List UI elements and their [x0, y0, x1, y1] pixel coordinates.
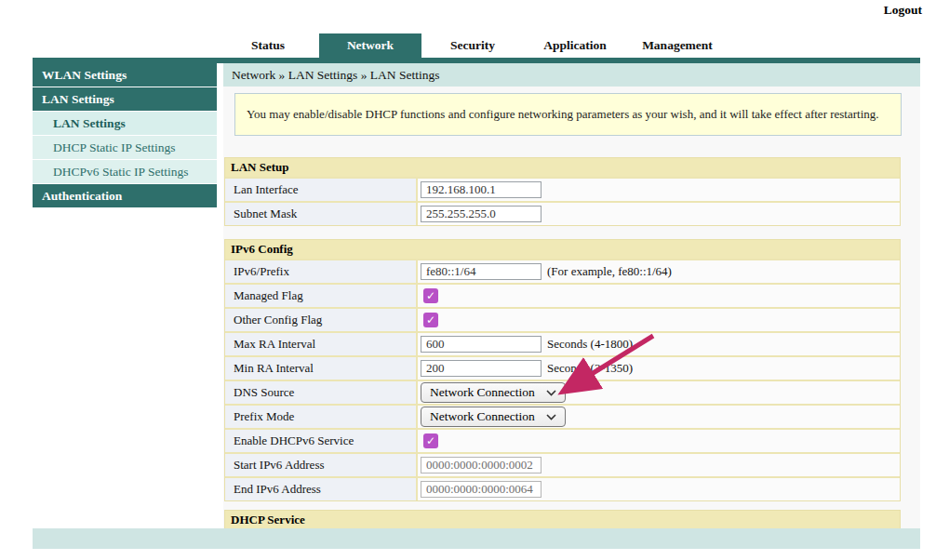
sidebar-item-dhcp-static-ip[interactable]: DHCP Static IP Settings: [33, 136, 217, 159]
ipv6-prefix-hint: (For example, fe80::1/64): [547, 264, 672, 279]
max-ra-interval-input[interactable]: [421, 336, 542, 353]
ipv6-config-section-title: IPv6 Config: [225, 240, 900, 259]
table-row: IPv6/Prefix (For example, fe80::1/64): [225, 259, 900, 283]
dns-source-select[interactable]: Network Connection: [421, 382, 566, 403]
logout-link[interactable]: Logout: [884, 3, 922, 18]
enable-dhcpv6-service-checkbox[interactable]: [423, 433, 438, 448]
sidebar-item-lan-settings[interactable]: LAN Settings: [33, 112, 217, 135]
prefix-mode-label: Prefix Mode: [225, 406, 418, 428]
end-ipv6-address-label: End IPv6 Address: [225, 478, 418, 500]
table-row: Enable DHCPv6 Service: [225, 428, 900, 452]
table-row: Other Config Flag: [225, 307, 900, 331]
notice-box: You may enable/disable DHCP functions an…: [234, 93, 902, 136]
footer-bar: [33, 528, 920, 549]
subnet-mask-input[interactable]: [421, 206, 542, 222]
dhcp-service-section: DHCP Service: [224, 510, 901, 530]
dhcp-service-section-title: DHCP Service: [225, 511, 900, 529]
dns-source-selected-value: Network Connection: [430, 385, 535, 400]
max-ra-interval-hint: Seconds (4-1800): [547, 337, 633, 352]
table-row: Lan Interface: [225, 177, 900, 201]
other-config-flag-checkbox[interactable]: [423, 313, 438, 327]
chevron-down-icon: [546, 390, 556, 396]
lan-setup-section: LAN Setup Lan Interface Subnet Mask: [224, 157, 901, 226]
top-nav: Status Network Security Application Mana…: [217, 33, 729, 58]
lan-setup-section-title: LAN Setup: [225, 158, 900, 177]
tab-application[interactable]: Application: [524, 33, 626, 58]
subnet-mask-label: Subnet Mask: [225, 203, 418, 225]
chevron-down-icon: [546, 414, 556, 420]
sidebar-item-lan-settings-group[interactable]: LAN Settings: [33, 87, 217, 111]
end-ipv6-address-input[interactable]: [421, 481, 542, 498]
table-row: End IPv6 Address: [225, 476, 900, 500]
tab-security[interactable]: Security: [421, 33, 524, 58]
other-config-flag-label: Other Config Flag: [225, 309, 418, 331]
lan-interface-label: Lan Interface: [225, 179, 418, 201]
table-row: Subnet Mask: [225, 201, 900, 225]
managed-flag-checkbox[interactable]: [423, 288, 438, 303]
sidebar: WLAN Settings LAN Settings LAN Settings …: [33, 63, 217, 208]
table-row: Max RA Interval Seconds (4-1800): [225, 331, 900, 355]
dns-source-label: DNS Source: [225, 381, 418, 404]
main-content: Network » LAN Settings » LAN Settings Yo…: [223, 63, 920, 549]
tab-management[interactable]: Management: [626, 33, 729, 58]
min-ra-interval-input[interactable]: [421, 360, 542, 377]
tab-network[interactable]: Network: [319, 33, 421, 58]
max-ra-interval-label: Max RA Interval: [225, 333, 418, 355]
notice-text: You may enable/disable DHCP functions an…: [247, 107, 879, 122]
table-row: Min RA Interval Seconds (3-1350): [225, 355, 900, 380]
start-ipv6-address-label: Start IPv6 Address: [225, 454, 418, 476]
sidebar-item-authentication[interactable]: Authentication: [33, 184, 217, 207]
min-ra-interval-hint: Seconds (3-1350): [547, 361, 633, 376]
ipv6-prefix-input[interactable]: [421, 263, 542, 280]
ipv6-prefix-label: IPv6/Prefix: [225, 260, 418, 283]
sidebar-item-wlan-settings[interactable]: WLAN Settings: [33, 63, 217, 87]
min-ra-interval-label: Min RA Interval: [225, 357, 418, 380]
prefix-mode-select[interactable]: Network Connection: [421, 407, 566, 427]
breadcrumb: Network » LAN Settings » LAN Settings: [223, 63, 920, 87]
tab-status[interactable]: Status: [217, 33, 319, 58]
table-row: Start IPv6 Address: [225, 452, 900, 476]
start-ipv6-address-input[interactable]: [421, 457, 542, 473]
managed-flag-label: Managed Flag: [225, 285, 418, 307]
ipv6-config-section: IPv6 Config IPv6/Prefix (For example, fe…: [224, 239, 901, 501]
table-row: Managed Flag: [225, 283, 900, 307]
table-row: Prefix Mode Network Connection: [225, 404, 900, 428]
sidebar-item-dhcpv6-static-ip[interactable]: DHCPv6 Static IP Settings: [33, 160, 217, 183]
lan-interface-input[interactable]: [421, 181, 542, 198]
enable-dhcpv6-service-label: Enable DHCPv6 Service: [225, 430, 418, 452]
prefix-mode-selected-value: Network Connection: [430, 409, 535, 424]
table-row: DNS Source Network Connection: [225, 380, 900, 404]
